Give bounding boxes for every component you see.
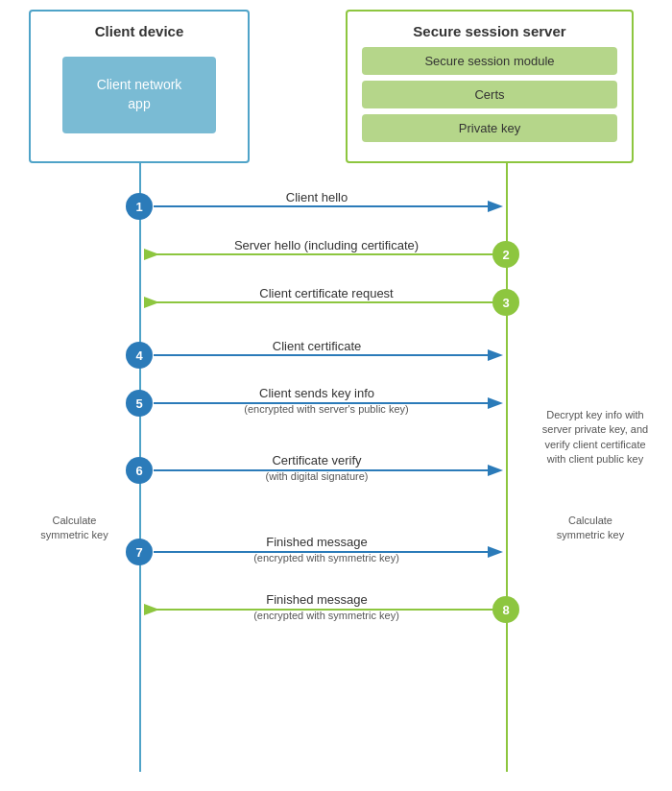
sublabel-step8: (encrypted with symmetric key) — [192, 610, 461, 621]
sublabel-step6: (with digital signature) — [192, 470, 442, 482]
label-step1: Client hello — [192, 190, 442, 204]
module-private-key: Private key — [362, 114, 617, 142]
client-box: Client device Client networkapp — [29, 10, 250, 163]
diagram-container: Client device Client networkapp Secure s… — [0, 0, 672, 791]
module-certs: Certs — [362, 81, 617, 108]
label-step5: Client sends key info — [192, 386, 442, 400]
server-modules: Secure session module Certs Private key — [348, 47, 632, 142]
sublabel-step5: (encrypted with server's public key) — [192, 403, 461, 415]
label-step2: Server hello (including certificate) — [182, 238, 470, 252]
label-step6: Certificate verify — [192, 453, 442, 467]
server-box-title: Secure session server — [348, 12, 632, 47]
label-step3: Client certificate request — [182, 286, 470, 300]
server-box: Secure session server Secure session mod… — [346, 10, 634, 163]
label-step8: Finished message — [192, 592, 442, 607]
module-secure-session: Secure session module — [362, 47, 617, 75]
server-vertical-line — [506, 163, 508, 772]
sublabel-step7: (encrypted with symmetric key) — [192, 552, 461, 563]
client-box-title: Client device — [31, 12, 248, 47]
label-step7: Finished message — [192, 535, 442, 549]
annotation-server-symkey: Calculatesymmetric key — [533, 514, 648, 543]
client-vertical-line — [139, 163, 141, 772]
label-step4: Client certificate — [192, 339, 442, 353]
annotation-client-symkey: Calculatesymmetric key — [24, 514, 125, 543]
annotation-decrypt: Decrypt key info withserver private key,… — [533, 408, 658, 467]
client-network-app: Client networkapp — [62, 57, 216, 133]
